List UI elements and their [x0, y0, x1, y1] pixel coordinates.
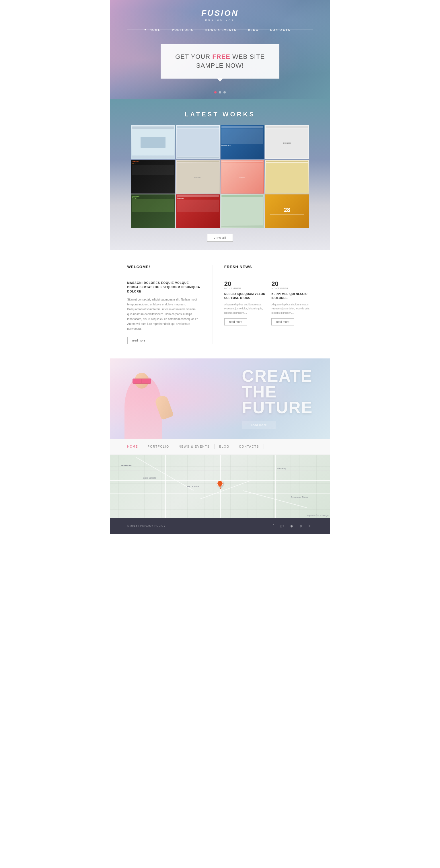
- cta-free: FREE: [212, 53, 230, 60]
- rss-icon[interactable]: ◉: [289, 523, 295, 529]
- news-headline-2: KERPTMSE QUI NESCIU IDOLORES: [271, 292, 313, 300]
- work-item[interactable]: HELPING YOU: [221, 125, 264, 159]
- work-preview: [176, 125, 220, 159]
- future-line3: FUTURE: [242, 399, 313, 415]
- hero-cta-box: GET YOUR FREE WEB SITESAMPLE NOW!: [160, 44, 280, 79]
- news-items: 20 NOVEMBER NESCIU IQUEQUAM VELOR SUPTMS…: [224, 281, 313, 326]
- linkedin-icon[interactable]: in: [307, 523, 313, 529]
- map-label: Santa Barbara: [143, 477, 156, 479]
- work-item[interactable]: Outerwear: [176, 194, 220, 228]
- map-label: Sycamore Creek: [291, 496, 308, 498]
- works-grid: HELPING YOU BUSINESS DIESEL SALE: [131, 125, 309, 228]
- news-month-2: NOVEMBER: [271, 287, 313, 290]
- latest-works-section: LATEST WORKS: [110, 99, 330, 251]
- work-item[interactable]: DIESEL SALE: [131, 160, 175, 193]
- future-line2: THE: [242, 384, 313, 399]
- nav-item-news[interactable]: NEWS & EVENTS: [205, 27, 237, 32]
- nav-item-portfolio[interactable]: PORTFOLIO: [172, 27, 194, 32]
- hero-dot-1[interactable]: [214, 91, 216, 93]
- welcome-title: WELCOME!: [127, 265, 201, 269]
- news-month-1: NOVEMBER: [224, 287, 266, 290]
- work-item[interactable]: [131, 125, 175, 159]
- main-nav: HOME PORTFOLIO NEWS & EVENTS BLOG CONTAC…: [110, 24, 330, 36]
- nav-dot: [145, 29, 146, 30]
- map-pin-head: [215, 479, 224, 488]
- hero-dot-2[interactable]: [219, 91, 221, 93]
- logo-title: FUSION: [110, 9, 330, 18]
- footer-nav-news[interactable]: NEWS & EVENTS: [174, 444, 214, 450]
- work-item[interactable]: LandscapeDesign: [131, 194, 175, 228]
- work-preview: 28: [265, 194, 309, 228]
- logo-subtitle: DESIGN LAB: [110, 18, 330, 21]
- hero-dot-3[interactable]: [224, 91, 226, 93]
- news-read-more-2[interactable]: read more: [271, 318, 294, 326]
- work-preview: [265, 160, 309, 193]
- news-date-1: 20: [224, 281, 266, 287]
- hero-section: FUSION DESIGN LAB HOME PORTFOLIO NEWS & …: [110, 0, 330, 99]
- news-date-2: 20: [271, 281, 313, 287]
- work-preview: [131, 125, 175, 159]
- work-preview: Outerwear: [176, 194, 220, 228]
- work-preview: HELPING YOU: [221, 125, 264, 159]
- work-item[interactable]: MacBook Pro: [176, 160, 220, 193]
- nav-item-contacts[interactable]: CONTACTS: [270, 27, 291, 32]
- nav-menu: HOME PORTFOLIO NEWS & EVENTS BLOG CONTAC…: [150, 27, 291, 32]
- map-section[interactable]: Moder Rd Santa Barbara De La Vina State …: [110, 455, 330, 518]
- view-all-button[interactable]: view all: [207, 234, 233, 242]
- work-item[interactable]: [176, 125, 220, 159]
- work-item[interactable]: [265, 160, 309, 193]
- googleplus-icon[interactable]: g+: [280, 523, 285, 529]
- footer-nav-portfolio[interactable]: PORTFOLIO: [143, 444, 174, 450]
- footer-copyright: © 2014 | PRIVACY POLICY: [127, 524, 166, 527]
- latest-works-title: LATEST WORKS: [116, 111, 324, 118]
- news-divider: [224, 275, 313, 275]
- welcome-divider: [127, 275, 201, 275]
- cta-get: GET YOUR: [175, 53, 212, 60]
- footer-social: f g+ ◉ p in: [270, 523, 313, 529]
- map-label: State Hwy: [277, 467, 286, 469]
- map-label: De La Vina: [187, 485, 199, 488]
- news-item-1: 20 NOVEMBER NESCIU IQUEQUAM VELOR SUPTMS…: [224, 281, 266, 326]
- work-preview: [221, 194, 264, 228]
- work-preview: BUSINESS: [265, 125, 309, 159]
- news-headline-1: NESCIU IQUEQUAM VELOR SUPTMSE MIOAS: [224, 292, 266, 300]
- work-item[interactable]: 28: [265, 194, 309, 228]
- welcome-read-more-button[interactable]: read more: [127, 337, 150, 344]
- work-preview: Cookware: [221, 160, 264, 193]
- map-road: [165, 455, 166, 518]
- footer-nav-blog[interactable]: BLOG: [214, 444, 234, 450]
- map-attribution: Map data ©2014 Google: [306, 515, 328, 517]
- facebook-icon[interactable]: f: [270, 523, 276, 529]
- future-text-area: CREATE THE FUTURE read more: [242, 368, 313, 429]
- work-preview: MacBook Pro: [176, 160, 220, 193]
- news-title: FRESH NEWS: [224, 265, 313, 269]
- nav-item-blog[interactable]: BLOG: [248, 27, 259, 32]
- pinterest-icon[interactable]: p: [298, 523, 304, 529]
- future-figure: [119, 367, 176, 439]
- work-preview: DIESEL SALE: [131, 160, 175, 193]
- work-preview: LandscapeDesign: [131, 194, 175, 228]
- nav-item-home[interactable]: HOME: [150, 27, 160, 32]
- news-column: FRESH NEWS 20 NOVEMBER NESCIU IQUEQUAM V…: [224, 265, 313, 344]
- logo-area: FUSION DESIGN LAB: [110, 0, 330, 21]
- footer-nav-home[interactable]: HOME: [127, 444, 143, 450]
- footer-nav-contacts[interactable]: CONTACTS: [234, 444, 264, 450]
- work-item[interactable]: [221, 194, 264, 228]
- content-section: WELCOME! MASAGNI DOLORES EOQUIE VOLQUE P…: [110, 250, 330, 359]
- hero-cta-text: GET YOUR FREE WEB SITESAMPLE NOW!: [175, 53, 265, 70]
- hero-cta-wrap: GET YOUR FREE WEB SITESAMPLE NOW!: [110, 36, 330, 84]
- welcome-body: Sitamet consectet, adipisi uaumquam elit…: [127, 297, 201, 331]
- map-pin[interactable]: [216, 480, 224, 490]
- future-title: CREATE THE FUTURE: [242, 368, 313, 415]
- hero-dots: [110, 84, 330, 99]
- news-item-2: 20 NOVEMBER KERPTMSE QUI NESCIU IDOLORES…: [271, 281, 313, 326]
- map-road: [275, 455, 276, 518]
- welcome-subtitle: MASAGNI DOLORES EOQUIE VOLQUE PORFA SERT…: [127, 281, 201, 293]
- news-read-more-1[interactable]: read more: [224, 318, 247, 326]
- news-body-2: Aliquam dapibus tincidunt metus. Praesen…: [271, 303, 313, 315]
- welcome-column: WELCOME! MASAGNI DOLORES EOQUIE VOLQUE P…: [127, 265, 213, 344]
- work-item[interactable]: BUSINESS: [265, 125, 309, 159]
- work-item[interactable]: Cookware: [221, 160, 264, 193]
- future-line1: CREATE: [242, 368, 313, 384]
- future-read-more-button[interactable]: read more: [242, 421, 276, 429]
